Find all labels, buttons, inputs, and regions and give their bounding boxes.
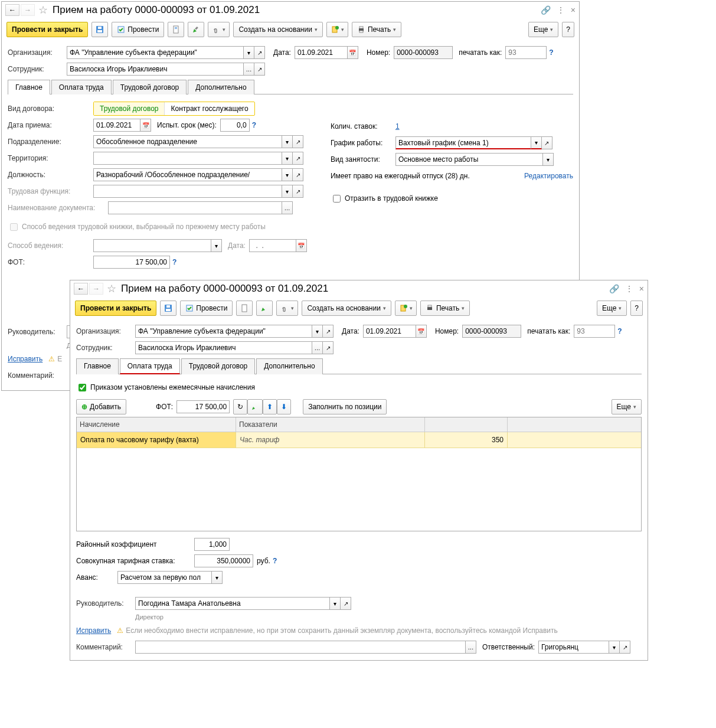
comment-input[interactable] xyxy=(135,641,466,654)
edit-button[interactable] xyxy=(256,301,273,316)
ellipsis-icon[interactable]: … xyxy=(312,341,323,354)
monthly-checkbox[interactable] xyxy=(79,384,86,391)
org-input[interactable] xyxy=(135,325,312,338)
save-button[interactable] xyxy=(91,22,108,37)
coef-input[interactable] xyxy=(194,538,230,551)
emp-input[interactable] xyxy=(135,341,312,354)
help-button[interactable]: ? xyxy=(562,22,574,37)
open-icon[interactable]: ↗ xyxy=(323,325,334,338)
open-icon[interactable]: ↗ xyxy=(341,597,351,610)
org-input[interactable] xyxy=(67,46,244,59)
calendar-icon[interactable]: 📅 xyxy=(140,119,151,132)
open-icon[interactable]: ↗ xyxy=(323,341,334,354)
edit-button[interactable] xyxy=(188,22,204,37)
cell-value[interactable]: 350 xyxy=(425,432,508,448)
printas-input[interactable] xyxy=(505,46,547,59)
emptype-input[interactable] xyxy=(395,153,543,166)
fix-link[interactable]: Исправить xyxy=(8,355,42,363)
resp-input[interactable] xyxy=(538,641,609,654)
refresh-button[interactable]: ↻ xyxy=(233,399,247,414)
favorite-icon[interactable]: ☆ xyxy=(38,4,48,17)
tab-extra[interactable]: Дополнительно xyxy=(188,80,254,94)
forward-button[interactable]: → xyxy=(21,4,35,16)
report-button[interactable] xyxy=(168,22,184,37)
help-button[interactable]: ? xyxy=(630,301,643,316)
dropdown-icon[interactable]: ▾ xyxy=(212,571,223,584)
dropdown-icon[interactable]: ▾ xyxy=(282,168,293,181)
help-icon[interactable]: ? xyxy=(273,557,277,565)
ellipsis-icon[interactable]: … xyxy=(466,641,476,654)
dropdown-icon[interactable]: ▾ xyxy=(543,153,554,166)
tab-main[interactable]: Главное xyxy=(8,80,50,94)
help-icon[interactable]: ? xyxy=(549,48,553,57)
move-down-button[interactable]: ⬇ xyxy=(277,399,291,414)
dropdown-icon[interactable]: ▾ xyxy=(282,135,293,148)
dropdown-icon[interactable]: ▾ xyxy=(282,152,293,165)
cell-accrual[interactable]: Оплата по часовому тарифу (вахта) xyxy=(77,432,236,448)
rate-input[interactable] xyxy=(194,554,253,567)
create-based-button[interactable]: Создать на основании xyxy=(302,301,391,316)
ellipsis-icon[interactable]: … xyxy=(244,63,254,76)
dropdown-icon[interactable]: ▾ xyxy=(312,325,323,338)
more-button[interactable]: Еще xyxy=(528,22,558,37)
attach-button[interactable] xyxy=(276,301,298,316)
fot-input[interactable] xyxy=(93,256,170,269)
th-indicators[interactable]: Показатели xyxy=(236,417,425,432)
help-icon[interactable]: ? xyxy=(172,258,176,266)
th-accrual[interactable]: Начисление xyxy=(77,417,236,432)
kind-gov[interactable]: Контракт госслужащего xyxy=(165,102,254,115)
more-button[interactable]: Еще xyxy=(597,301,627,316)
actions-button[interactable] xyxy=(395,301,417,316)
rates-link[interactable]: 1 xyxy=(395,122,400,130)
date-input[interactable] xyxy=(295,46,348,59)
close-icon[interactable]: × xyxy=(571,5,576,15)
back-button[interactable]: ← xyxy=(5,4,19,16)
open-icon[interactable]: ↗ xyxy=(542,136,552,149)
link-icon[interactable]: 🔗 xyxy=(609,284,619,293)
open-icon[interactable]: ↗ xyxy=(293,152,303,165)
open-icon[interactable]: ↗ xyxy=(254,46,265,59)
help-icon[interactable]: ? xyxy=(252,121,256,129)
more-button[interactable]: Еще xyxy=(612,399,642,414)
reflect-checkbox[interactable] xyxy=(333,195,341,203)
trial-input[interactable] xyxy=(220,119,250,132)
number-input[interactable] xyxy=(394,46,453,59)
boss-input[interactable] xyxy=(135,597,330,610)
open-icon[interactable]: ↗ xyxy=(293,168,303,181)
kind-contract[interactable]: Трудовой договор xyxy=(94,102,165,115)
terr-input[interactable] xyxy=(93,152,282,165)
create-based-button[interactable]: Создать на основании xyxy=(233,22,323,37)
report-button[interactable] xyxy=(236,301,253,316)
edit-row-button[interactable] xyxy=(247,399,263,414)
print-button[interactable]: Печать xyxy=(420,301,470,316)
dropdown-icon[interactable]: ▾ xyxy=(244,46,254,59)
dropdown-icon[interactable]: ▾ xyxy=(330,597,341,610)
close-icon[interactable]: × xyxy=(639,284,644,293)
post-button[interactable]: Провести xyxy=(180,301,233,316)
fix-link[interactable]: Исправить xyxy=(76,626,111,635)
tab-pay[interactable]: Оплата труда xyxy=(51,80,112,94)
pos-input[interactable] xyxy=(93,168,282,181)
save-button[interactable] xyxy=(160,301,176,316)
tab-extra[interactable]: Дополнительно xyxy=(256,358,322,374)
favorite-icon[interactable]: ☆ xyxy=(107,282,116,295)
link-icon[interactable]: 🔗 xyxy=(541,5,551,15)
tab-contract[interactable]: Трудовой договор xyxy=(113,80,187,94)
hiredate-input[interactable] xyxy=(93,119,140,132)
move-up-button[interactable]: ⬆ xyxy=(263,399,277,414)
print-button[interactable]: Печать xyxy=(352,22,401,37)
tab-contract[interactable]: Трудовой договор xyxy=(181,358,255,374)
vacation-edit-link[interactable]: Редактировать xyxy=(524,172,573,180)
kind-segment[interactable]: Трудовой договор Контракт госслужащего xyxy=(93,102,255,116)
help-icon[interactable]: ? xyxy=(617,327,622,335)
forward-button[interactable]: → xyxy=(89,283,103,295)
actions-button[interactable] xyxy=(326,22,348,37)
menu-icon[interactable]: ⋮ xyxy=(625,284,633,293)
post-button[interactable]: Провести xyxy=(112,22,164,37)
add-button[interactable]: ⊕ Добавить xyxy=(76,399,126,414)
attach-button[interactable] xyxy=(208,22,230,37)
number-input[interactable] xyxy=(462,325,521,338)
cell-indicator[interactable]: Час. тариф xyxy=(236,432,425,448)
dept-input[interactable] xyxy=(93,135,282,148)
fot-input[interactable] xyxy=(176,400,230,413)
